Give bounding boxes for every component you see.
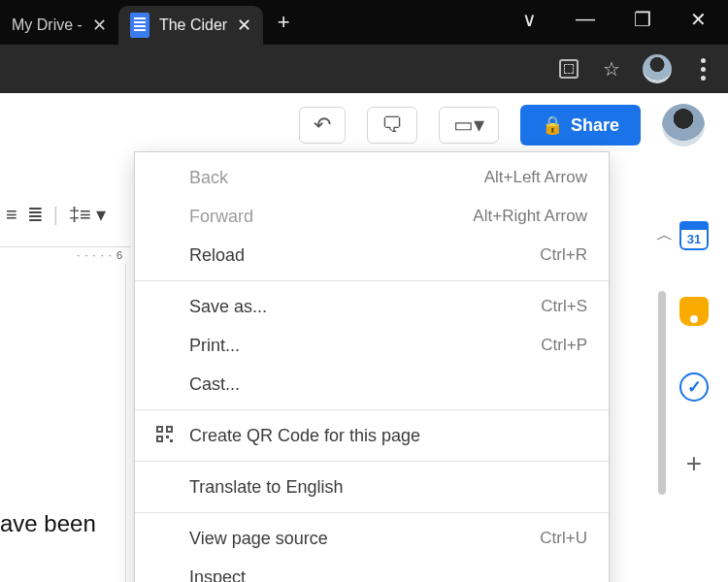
share-label: Share bbox=[571, 115, 619, 136]
menu-item-shortcut: Alt+Right Arrow bbox=[473, 207, 587, 226]
kebab-menu-icon[interactable] bbox=[691, 57, 714, 81]
menu-item-shortcut: Alt+Left Arrow bbox=[484, 168, 587, 187]
tab-label: The Cider bbox=[159, 16, 227, 34]
keep-icon[interactable] bbox=[679, 297, 709, 326]
menu-item-label: Create QR Code for this page bbox=[189, 426, 587, 446]
menu-separator bbox=[135, 512, 609, 513]
side-panel: 31 ✓ + bbox=[674, 221, 714, 479]
tab-my-drive[interactable]: My Drive - ✕ bbox=[0, 6, 118, 45]
calendar-icon[interactable]: 31 bbox=[679, 221, 709, 250]
scan-icon[interactable] bbox=[557, 57, 580, 81]
comment-button[interactable]: 🗨 bbox=[367, 107, 417, 144]
menu-item-save-as[interactable]: Save as...Ctrl+S bbox=[135, 287, 609, 326]
new-tab-button[interactable]: + bbox=[269, 10, 298, 35]
scrollbar-thumb[interactable] bbox=[658, 291, 666, 495]
menu-item-label: Reload bbox=[189, 245, 540, 266]
collapse-chevron-icon[interactable]: ︿ bbox=[656, 223, 674, 246]
menu-item-print[interactable]: Print...Ctrl+P bbox=[135, 326, 609, 365]
profile-avatar[interactable] bbox=[643, 54, 672, 83]
menu-item-reload[interactable]: ReloadCtrl+R bbox=[135, 236, 609, 275]
qr-code-icon bbox=[156, 426, 189, 445]
restore-icon[interactable]: ❐ bbox=[634, 8, 651, 31]
menu-item-label: Back bbox=[189, 168, 484, 188]
tasks-icon[interactable]: ✓ bbox=[679, 372, 709, 402]
window-controls: ∨ — ❐ ✕ bbox=[522, 8, 728, 31]
menu-item-cast[interactable]: Cast... bbox=[135, 365, 609, 404]
menu-item-label: View page source bbox=[189, 529, 540, 549]
minimize-icon[interactable]: — bbox=[576, 8, 595, 31]
menu-item-label: Inspect bbox=[189, 567, 587, 583]
format-toolbar-fragment: ≡ ≣ | ‡≡ ▾ bbox=[6, 202, 107, 227]
line-spacing-button[interactable]: ‡≡ ▾ bbox=[68, 202, 107, 227]
close-icon[interactable]: ✕ bbox=[237, 16, 251, 34]
lock-icon: 🔒 bbox=[542, 114, 563, 136]
align-justify-icon[interactable]: ≣ bbox=[27, 203, 44, 226]
tab-search-icon[interactable]: ∨ bbox=[522, 8, 537, 31]
menu-item-back: BackAlt+Left Arrow bbox=[135, 158, 609, 197]
menu-item-create-qr-code-for-this-page[interactable]: Create QR Code for this page bbox=[135, 416, 609, 455]
account-avatar[interactable] bbox=[662, 104, 705, 146]
menu-separator bbox=[135, 409, 609, 410]
menu-item-translate-to-english[interactable]: Translate to English bbox=[135, 468, 609, 506]
present-button[interactable]: ▭▾ bbox=[439, 107, 499, 144]
browser-titlebar: My Drive - ✕ The Cider ✕ + ∨ — ❐ ✕ bbox=[0, 0, 728, 45]
menu-item-inspect[interactable]: Inspect bbox=[135, 558, 609, 582]
menu-item-label: Cast... bbox=[189, 374, 587, 395]
menu-item-shortcut: Ctrl+R bbox=[540, 245, 587, 265]
doc-history-button[interactable]: ↶ bbox=[299, 107, 346, 144]
browser-toolbar: ☆ bbox=[0, 45, 728, 93]
align-left-icon[interactable]: ≡ bbox=[6, 204, 17, 226]
menu-item-shortcut: Ctrl+U bbox=[540, 529, 587, 548]
menu-separator bbox=[135, 280, 609, 281]
context-menu: BackAlt+Left ArrowForwardAlt+Right Arrow… bbox=[134, 151, 610, 582]
close-icon[interactable]: ✕ bbox=[92, 16, 107, 34]
menu-item-label: Save as... bbox=[189, 297, 541, 317]
menu-item-shortcut: Ctrl+S bbox=[541, 297, 587, 316]
star-icon[interactable]: ☆ bbox=[600, 57, 623, 81]
docs-toolbar: ↶ 🗨 ▭▾ 🔒 Share bbox=[0, 93, 728, 157]
menu-item-label: Forward bbox=[189, 207, 473, 227]
tab-the-cider[interactable]: The Cider ✕ bbox=[118, 6, 263, 45]
menu-item-shortcut: Ctrl+P bbox=[541, 336, 587, 355]
google-docs-icon bbox=[130, 13, 149, 38]
share-button[interactable]: 🔒 Share bbox=[520, 105, 641, 146]
add-addon-icon[interactable]: + bbox=[686, 448, 702, 479]
close-icon[interactable]: ✕ bbox=[690, 8, 707, 31]
document-body-text[interactable]: ave been bbox=[0, 510, 96, 537]
menu-item-view-page-source[interactable]: View page sourceCtrl+U bbox=[135, 519, 609, 558]
menu-separator bbox=[135, 461, 609, 462]
ruler: · · · · · 6 bbox=[0, 246, 131, 261]
menu-item-label: Print... bbox=[189, 336, 541, 356]
menu-item-label: Translate to English bbox=[189, 477, 587, 498]
menu-item-forward: ForwardAlt+Right Arrow bbox=[135, 197, 609, 236]
tab-label: My Drive - bbox=[12, 16, 83, 34]
